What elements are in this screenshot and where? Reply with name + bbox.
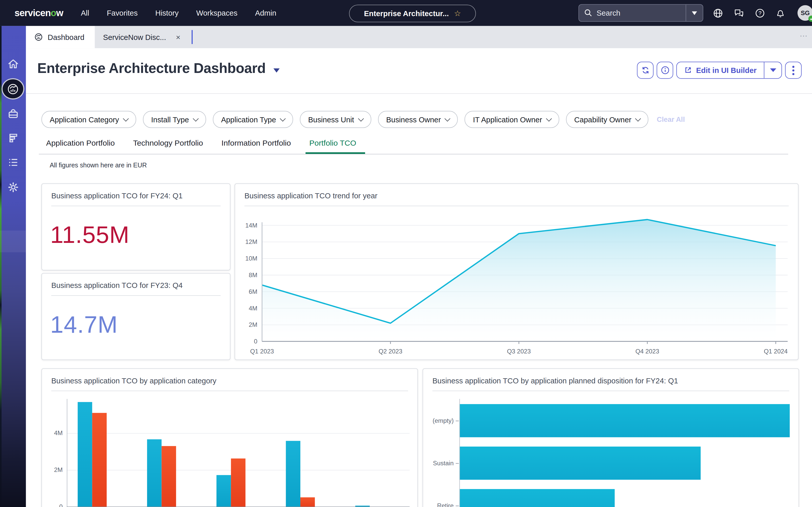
dashboard-active-icon[interactable] [2, 78, 24, 100]
tab-servicenow-disc[interactable]: ServiceNow Disc... × [95, 26, 192, 48]
chevron-down-icon [445, 115, 450, 121]
close-tab-icon[interactable]: × [176, 33, 181, 42]
help-icon[interactable]: ? [754, 7, 765, 18]
notifications-bell-icon[interactable] [775, 7, 786, 18]
tab-dashboard-label: Dashboard [48, 33, 84, 41]
top-nav-icons: ? [712, 0, 786, 26]
svg-text:8M: 8M [249, 272, 257, 278]
search-scope-dropdown[interactable] [686, 5, 703, 21]
tab-portfolio-tco[interactable]: Portfolio TCO [309, 138, 356, 153]
dashboard-tab-icon [34, 33, 43, 42]
clear-all-filters[interactable]: Clear All [657, 115, 685, 123]
nav-item-favorites[interactable]: Favorites [107, 9, 138, 17]
chevron-down-icon [546, 115, 552, 121]
tab-insert-indicator [192, 30, 193, 44]
browser-tab-strip: Dashboard ServiceNow Disc... × ⋯ [26, 26, 812, 48]
left-sidebar [0, 26, 26, 507]
disposition-bar[interactable] [460, 404, 790, 437]
svg-text:Q1 2023: Q1 2023 [250, 348, 274, 355]
category-bar-orange[interactable] [92, 413, 107, 506]
filter-business-unit[interactable]: Business Unit [300, 111, 371, 128]
global-search[interactable]: Search [578, 4, 703, 22]
chevron-down-icon [280, 115, 286, 121]
search-placeholder: Search [597, 9, 686, 17]
title-dropdown-caret-icon[interactable] [273, 68, 279, 72]
category-bar-chart[interactable]: 02M4M [42, 369, 419, 507]
svg-text:Q2 2023: Q2 2023 [379, 348, 402, 355]
user-avatar[interactable]: SG [797, 5, 812, 21]
disposition-category-label: Sustain [426, 459, 453, 466]
dashboard-main: Enterprise Architecture Dashboard Edit i… [26, 48, 812, 507]
nav-item-admin[interactable]: Admin [255, 9, 276, 17]
filter-it-application-owner[interactable]: IT Application Owner [464, 111, 559, 128]
kpi2-value: 14.7M [50, 311, 230, 338]
svg-text:6M: 6M [249, 288, 257, 295]
svg-text:14M: 14M [245, 222, 257, 229]
brand-text: servicen [15, 7, 51, 18]
list-icon[interactable] [0, 156, 26, 169]
category-bar-blue[interactable] [147, 440, 162, 506]
svg-text:Q1 2024: Q1 2024 [764, 348, 788, 355]
svg-text:10M: 10M [245, 255, 257, 262]
filter-application-category[interactable]: Application Category [42, 111, 136, 128]
edit-dropdown-button[interactable] [764, 62, 782, 78]
trend-area-chart[interactable]: 02M4M6M8M10M12M14MQ1 2023Q2 2023Q3 2023Q… [235, 212, 799, 359]
context-pill[interactable]: Enterprise Architectur... ☆ [349, 5, 476, 22]
tab-information-portfolio[interactable]: Information Portfolio [222, 138, 291, 153]
chevron-down-icon [358, 115, 364, 121]
category-bar-orange[interactable] [231, 458, 246, 506]
bar-chart-icon[interactable] [0, 131, 26, 145]
disposition-bar-chart[interactable]: (empty)SustainRetire [423, 369, 800, 507]
category-bar-blue[interactable] [286, 441, 300, 506]
svg-text:?: ? [758, 10, 762, 16]
trend-chart-card: Business application TCO trend for year … [235, 183, 799, 360]
kpi-card-fy23-q4: Business application TCO for FY23: Q4 14… [42, 273, 231, 360]
category-bar-orange[interactable] [300, 498, 315, 507]
servicenow-app: servicenow All Favorites History Workspa… [0, 0, 812, 507]
edit-in-ui-builder-button[interactable]: Edit in UI Builder [677, 62, 764, 78]
category-bar-blue[interactable] [216, 475, 231, 507]
gear-icon[interactable] [0, 181, 26, 194]
nav-item-workspaces[interactable]: Workspaces [196, 9, 237, 17]
refresh-button[interactable] [637, 62, 653, 79]
svg-text:4M: 4M [249, 305, 257, 312]
kpi-card-fy24-q1: Business application TCO for FY24: Q1 11… [42, 183, 231, 271]
tab-dashboard[interactable]: Dashboard [26, 26, 95, 48]
category-bar-orange[interactable] [162, 446, 176, 507]
servicenow-logo[interactable]: servicenow [15, 7, 63, 18]
nav-item-history[interactable]: History [155, 9, 179, 17]
category-bar-blue[interactable] [78, 402, 92, 507]
tab-overflow-icon[interactable]: ⋯ [800, 31, 808, 40]
sidebar-highlight-band [0, 231, 26, 252]
filter-install-type[interactable]: Install Type [143, 111, 206, 128]
briefcase-icon[interactable] [0, 107, 26, 120]
info-button[interactable] [657, 62, 673, 79]
page-title: Enterprise Architecture Dashboard [37, 61, 279, 77]
home-icon[interactable] [0, 58, 26, 71]
filter-bar: Application Category Install Type Applic… [42, 111, 685, 128]
kpi1-title: Business application TCO for FY24: Q1 [51, 192, 221, 200]
nav-item-all[interactable]: All [81, 9, 89, 17]
disposition-bar[interactable] [460, 447, 701, 480]
chat-icon[interactable] [733, 7, 745, 18]
header-more-button[interactable] [785, 62, 802, 79]
chevron-down-icon [635, 115, 641, 121]
top-nav: servicenow All Favorites History Workspa… [0, 0, 812, 26]
portfolio-tabs: Application Portfolio Technology Portfol… [39, 136, 788, 154]
filter-capability-owner[interactable]: Capability Owner [566, 111, 648, 128]
tab-application-portfolio[interactable]: Application Portfolio [46, 138, 115, 153]
disposition-bar[interactable] [460, 489, 615, 507]
favorite-star-icon[interactable]: ☆ [454, 9, 461, 18]
kpi2-title: Business application TCO for FY23: Q4 [51, 281, 221, 289]
filter-business-owner[interactable]: Business Owner [378, 111, 458, 128]
brand-o: o [51, 7, 56, 18]
svg-text:Q3 2023: Q3 2023 [507, 348, 531, 355]
sidebar-background-edge [0, 26, 2, 507]
filter-application-type[interactable]: Application Type [213, 111, 293, 128]
kpi1-value: 11.55M [50, 221, 230, 248]
svg-text:2M: 2M [249, 321, 257, 328]
globe-icon[interactable] [712, 7, 724, 18]
trend-title: Business application TCO trend for year [244, 192, 789, 200]
disposition-category-label: (empty) [426, 417, 453, 424]
tab-technology-portfolio[interactable]: Technology Portfolio [133, 138, 203, 153]
